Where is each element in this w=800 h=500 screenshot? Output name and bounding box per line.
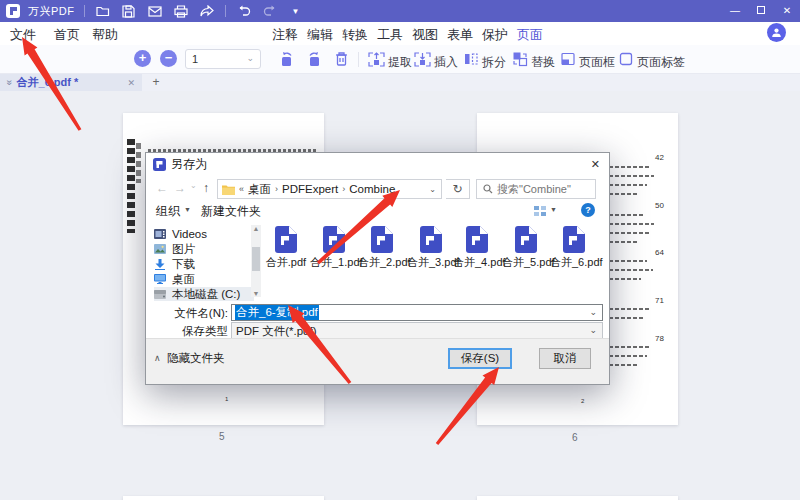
delete-page-button[interactable] [334, 51, 351, 68]
nav-history-chevron-icon[interactable]: ⌄ [190, 181, 197, 190]
tab-close-icon[interactable]: ✕ [127, 78, 135, 88]
search-box[interactable] [476, 179, 596, 199]
replace-label[interactable]: 替换 [531, 54, 555, 71]
tab-page[interactable]: 页面 [517, 26, 543, 44]
menu-item-help[interactable]: 帮助 [92, 26, 118, 44]
sidebar-item-local-disk-c[interactable]: 本地磁盘 (C:) [154, 287, 254, 301]
split-label[interactable]: 拆分 [482, 54, 506, 71]
tab-protect[interactable]: 保护 [482, 26, 508, 44]
filename-label: 文件名(N): [166, 306, 228, 321]
nav-forward-icon[interactable]: → [174, 181, 186, 195]
menu-item-home[interactable]: 首页 [54, 26, 80, 44]
close-button[interactable]: ✕ [774, 0, 800, 22]
search-input[interactable] [497, 183, 587, 195]
extract-icon[interactable] [368, 51, 385, 68]
file-name: 合并_5.pdf [502, 255, 550, 270]
split-icon[interactable] [463, 51, 480, 68]
file-item[interactable]: 合并_5.pdf [502, 226, 550, 270]
file-name: 合并_1.pdf [310, 255, 358, 270]
mail-icon[interactable] [145, 3, 165, 19]
page-number-combobox[interactable]: 1 ⌄ [185, 49, 261, 69]
file-item[interactable]: 合并_6.pdf [550, 226, 598, 270]
chevrons-collapse-icon[interactable]: « [239, 184, 244, 194]
dialog-command-bar: 组织 ▼ 新建文件夹 ▼ ? [146, 203, 609, 223]
savetype-select[interactable]: PDF 文件(*.pdf) ⌄ [231, 322, 603, 339]
sidebar-item-videos[interactable]: Videos [154, 227, 250, 241]
chevron-down-icon[interactable]: ⌄ [589, 307, 597, 317]
tab-view[interactable]: 视图 [412, 26, 438, 44]
tab-tools[interactable]: 工具 [377, 26, 403, 44]
page-box-icon[interactable] [560, 51, 577, 68]
document-tab[interactable]: » 合并_6.pdf * ✕ [0, 74, 142, 91]
insert-icon[interactable] [414, 51, 431, 68]
scroll-up-icon[interactable]: ▲ [251, 225, 261, 232]
file-name: 合并_3.pdf [407, 255, 455, 270]
zoom-in-button[interactable]: + [134, 50, 151, 67]
chevron-down-icon[interactable]: ▼ [550, 206, 557, 213]
sidebar-item-desktop[interactable]: 桌面 [154, 272, 250, 286]
menu-item-file[interactable]: 文件 [10, 26, 36, 44]
new-tab-button[interactable]: + [148, 74, 164, 91]
page-footer-number: 1 [225, 396, 228, 402]
share-icon[interactable] [197, 3, 217, 19]
page-toolbar: + − 1 ⌄ 提取 插入 拆分 替换 [0, 45, 800, 74]
avatar[interactable] [767, 23, 786, 42]
extract-label[interactable]: 提取 [388, 54, 412, 71]
tab-annotate[interactable]: 注释 [272, 26, 298, 44]
dialog-close-icon[interactable]: ✕ [591, 158, 600, 171]
collapse-toolbar-icon[interactable]: ▼ [286, 3, 306, 19]
help-button[interactable]: ? [581, 203, 595, 217]
open-folder-icon[interactable] [93, 3, 113, 19]
sidebar-item-downloads[interactable]: 下载 [154, 257, 250, 271]
breadcrumb-desktop[interactable]: 桌面 [248, 182, 271, 197]
cancel-button[interactable]: 取消 [539, 348, 591, 369]
nav-up-icon[interactable]: ↑ [203, 181, 209, 195]
breadcrumb-combine[interactable]: Combine [349, 183, 395, 195]
file-item[interactable]: 合并_3.pdf [407, 226, 455, 270]
minimize-button[interactable]: — [722, 0, 748, 22]
view-options-icon[interactable] [534, 205, 547, 217]
replace-icon[interactable] [512, 51, 529, 68]
tab-edit[interactable]: 编辑 [307, 26, 333, 44]
file-item[interactable]: 合并_1.pdf [310, 226, 358, 270]
breadcrumb-pdfexpert[interactable]: PDFExpert [282, 183, 338, 195]
page-box-label[interactable]: 页面框 [579, 54, 615, 71]
insert-label[interactable]: 插入 [434, 54, 458, 71]
scroll-down-icon[interactable]: ▼ [251, 290, 261, 297]
filename-input[interactable]: 合并_6-复制.pdf ⌄ [231, 304, 603, 321]
hide-folders-button[interactable]: 隐藏文件夹 [167, 351, 225, 366]
maximize-button[interactable] [748, 0, 774, 22]
nav-back-icon[interactable]: ← [156, 181, 168, 195]
document-tabbar: » 合并_6.pdf * ✕ + [0, 74, 800, 91]
rotate-right-button[interactable] [306, 51, 323, 68]
breadcrumb[interactable]: « 桌面 › PDFExpert › Combine ⌄ [217, 179, 442, 199]
page-thumbnail-partial[interactable] [123, 496, 324, 500]
organize-menu[interactable]: 组织 [156, 203, 180, 220]
file-item[interactable]: 合并_4.pdf [453, 226, 501, 270]
page-label-icon[interactable] [618, 51, 635, 68]
refresh-button[interactable]: ↻ [446, 179, 470, 199]
zoom-out-button[interactable]: − [160, 50, 177, 67]
tab-list-chevron-icon[interactable]: » [4, 80, 15, 86]
file-item[interactable]: 合并_2.pdf [358, 226, 406, 270]
page-label-label[interactable]: 页面标签 [637, 54, 685, 71]
print-icon[interactable] [171, 3, 191, 19]
toc-page-number: 50 [655, 201, 664, 210]
page-thumbnail-partial[interactable] [477, 496, 678, 500]
tab-convert[interactable]: 转换 [342, 26, 368, 44]
toc-page-number: 64 [655, 248, 664, 257]
sidebar-item-pictures[interactable]: 图片 [154, 242, 250, 256]
redo-icon[interactable] [260, 3, 280, 19]
undo-icon[interactable] [234, 3, 254, 19]
save-button[interactable]: 保存(S) [448, 348, 512, 369]
scrollbar-thumb[interactable] [252, 247, 260, 271]
rotate-left-button[interactable] [278, 51, 295, 68]
app-window: 万兴PDF ▼ — ✕ 文件 首页 帮助 注释 [0, 0, 800, 500]
sidebar-scrollbar[interactable]: ▲ ▼ [251, 225, 261, 297]
new-folder-button[interactable]: 新建文件夹 [201, 203, 261, 220]
chevron-down-icon[interactable]: ⌄ [429, 185, 436, 194]
tab-form[interactable]: 表单 [447, 26, 473, 44]
file-item[interactable]: 合并.pdf [262, 226, 310, 270]
save-icon[interactable] [119, 3, 139, 19]
pdf-file-icon [515, 226, 537, 253]
